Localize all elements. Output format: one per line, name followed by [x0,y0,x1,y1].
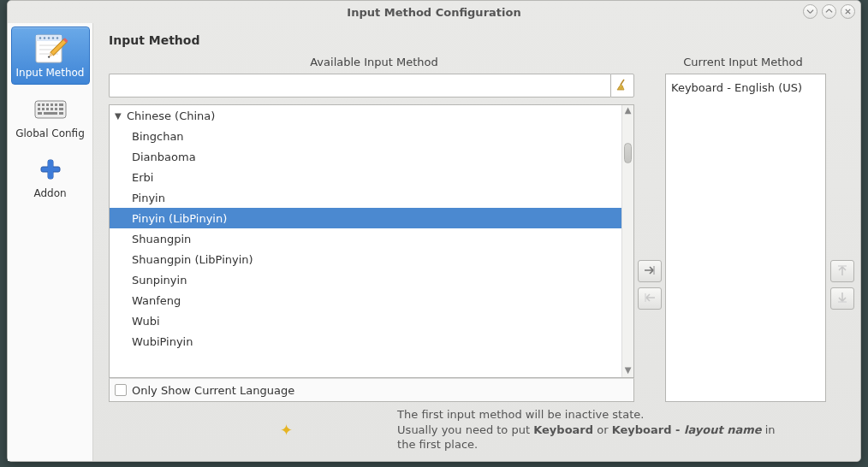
svg-line-33 [621,80,624,85]
remove-from-current-button[interactable] [638,287,662,310]
tree-item-label: Pinyin [132,192,165,204]
only-current-row: Only Show Current Language [109,378,634,402]
scrollbar[interactable]: ▲ ▼ [621,105,633,377]
clear-search-button[interactable] [610,74,634,98]
tree-item[interactable]: WubiPinyin [110,331,621,352]
svg-rect-26 [59,108,63,110]
keyboard-icon [32,93,69,126]
notepad-pencil-icon [32,33,69,65]
arrow-up-icon [836,263,848,280]
hint-line1: The first input method will be inactive … [397,408,644,421]
search-row [109,74,634,98]
tree-item[interactable]: Sunpinyin [110,269,621,290]
sidebar-item-label: Input Method [14,67,87,79]
svg-rect-25 [55,108,57,110]
move-up-button[interactable] [830,260,854,282]
svg-rect-29 [59,112,63,115]
svg-rect-16 [42,103,45,106]
current-list[interactable]: Keyboard - English (US) [665,74,826,402]
sidebar-item-label: Global Config [13,127,88,139]
tree-item-label: WubiPinyin [132,335,193,348]
svg-rect-27 [38,112,42,115]
maximize-button[interactable] [822,4,836,19]
footer: ✦ The first input method will be inactiv… [93,402,860,461]
tree-group[interactable]: ▼ Chinese (China) [110,105,621,126]
tree-item[interactable]: Wanfeng [110,290,621,310]
tree-item[interactable]: Wubi [110,310,621,331]
tree-item-selected[interactable]: Pinyin (LibPinyin) [110,208,621,228]
svg-rect-18 [51,103,53,106]
window: Input Method Configuration [7,0,861,462]
tree-body[interactable]: ▼ Chinese (China) Bingchan Dianbaoma Erb… [110,105,621,377]
scroll-up-icon[interactable]: ▲ [622,105,633,117]
svg-rect-22 [42,108,45,110]
current-panel: Keyboard - English (US) [665,74,828,402]
hint-layout-name: layout name [684,423,762,436]
main-panel: Input Method Available Input Method Curr… [93,23,860,461]
tree-item-label: Bingchan [132,130,184,143]
only-current-checkbox[interactable] [115,384,127,396]
window-buttons [803,4,855,19]
hint-fragment: Usually you need to put [397,423,533,436]
sparkle-icon: ✦ [280,421,293,439]
tree-item[interactable]: Erbi [110,167,621,187]
plus-icon [32,153,69,186]
svg-point-6 [56,37,57,38]
scroll-down-icon[interactable]: ▼ [622,365,633,377]
svg-rect-23 [46,108,49,110]
svg-rect-28 [44,112,57,115]
tree-item-label: Sunpinyin [132,274,187,287]
window-title: Input Method Configuration [8,6,860,19]
add-to-current-button[interactable] [638,260,662,282]
current-item[interactable]: Keyboard - English (US) [671,78,820,97]
sidebar-item-label: Addon [13,187,88,199]
minimize-button[interactable] [803,4,817,19]
tree-item-label: Wanfeng [132,294,181,307]
arrow-right-icon [643,264,657,279]
tree-item[interactable]: Pinyin [110,187,621,208]
svg-rect-20 [59,103,63,106]
svg-rect-15 [38,103,40,106]
hint-text: The first input method will be inactive … [397,407,791,452]
window-body: Input Method Global Config [8,23,860,461]
tree-item-label: Wubi [132,315,160,328]
close-button[interactable] [841,4,855,19]
arrow-left-icon [643,292,657,306]
transfer-buttons [634,74,665,402]
hint-keyboard-dash: Keyboard - [612,423,684,436]
tree-item[interactable]: Dianbaoma [110,146,621,167]
sidebar: Input Method Global Config [8,23,93,461]
sidebar-item-global-config[interactable]: Global Config [11,88,90,145]
svg-point-3 [43,37,45,38]
sidebar-item-input-method[interactable]: Input Method [11,27,90,85]
move-down-button[interactable] [830,287,854,310]
broom-icon [615,78,629,94]
hint-keyboard: Keyboard [533,423,593,436]
tree-item-label: Shuangpin [132,233,191,245]
page-title: Input Method [93,23,860,56]
svg-rect-24 [51,108,53,110]
available-tree: ▼ Chinese (China) Bingchan Dianbaoma Erb… [109,104,634,378]
panels: ▼ Chinese (China) Bingchan Dianbaoma Erb… [93,74,860,402]
tree-group-label: Chinese (China) [127,109,215,122]
tree-item[interactable]: Shuangpin [110,228,621,249]
svg-point-5 [51,37,53,38]
current-header: Current Input Method [670,56,816,68]
tree-item[interactable]: Shuangpin (LibPinyin) [110,249,621,269]
tree-item[interactable]: Bingchan [110,126,621,146]
svg-rect-19 [55,103,57,106]
reorder-buttons [828,74,857,402]
sidebar-item-addon[interactable]: Addon [11,148,90,204]
svg-rect-21 [38,108,40,110]
tree-item-label: Shuangpin (LibPinyin) [132,253,253,266]
scroll-thumb[interactable] [624,143,632,163]
svg-point-2 [39,37,40,38]
only-current-label: Only Show Current Language [132,384,294,397]
caret-down-icon: ▼ [115,111,125,121]
available-header: Available Input Method [109,56,639,68]
hint-fragment: or [593,423,612,436]
search-input[interactable] [109,74,610,98]
available-panel: ▼ Chinese (China) Bingchan Dianbaoma Erb… [109,74,634,402]
arrow-down-icon [836,291,848,307]
column-headers: Available Input Method Current Input Met… [93,56,860,74]
